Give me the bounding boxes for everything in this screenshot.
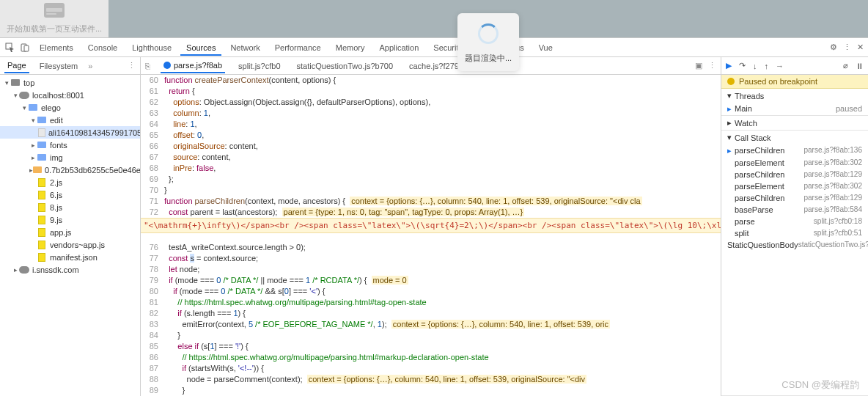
tree-hash[interactable]: ▸0.7b2b53db6255c5e0e46e.hot-u <box>0 164 140 176</box>
debugger-pane: ▶ ↷ ↓ ↑ → ⌀ ⏸ Paused on breakpoint ▾Thre… <box>721 57 868 396</box>
watch-label: Watch <box>735 119 757 128</box>
code-line[interactable]: 78 let node; <box>141 264 721 275</box>
modal-label: 题目渲染中... <box>462 53 515 64</box>
code-line[interactable]: 85 else if (s[1] === '!') { <box>141 341 721 352</box>
paused-value-overlay: "<\mathrm{+}\infty\)</span><br /><span c… <box>141 218 721 233</box>
tab-performance[interactable]: Performance <box>269 40 327 56</box>
tree-file[interactable]: 2.js <box>0 176 140 188</box>
stack-frame[interactable]: parseChildrenparse.js?f8ab:129 <box>721 192 868 204</box>
code-line[interactable]: 70} <box>141 185 721 196</box>
stack-frame[interactable]: parsesplit.js?cfb0:18 <box>721 216 868 227</box>
subtab-filesystem[interactable]: Filesystem <box>37 59 81 73</box>
code-area[interactable]: 60function createParserContext(content, … <box>141 75 721 396</box>
callstack-label: Call Stack <box>735 133 771 142</box>
spinner-icon <box>478 23 499 44</box>
stack-frame[interactable]: parseChildrenparse.js?f8ab:129 <box>721 169 868 180</box>
code-line[interactable]: 67 source: content, <box>141 152 721 163</box>
tab-memory[interactable]: Memory <box>330 40 371 56</box>
step-icon[interactable]: → <box>776 62 784 70</box>
stack-frame[interactable]: baseParseparse.js?f8ab:584 <box>721 204 868 216</box>
file-tab-parse[interactable]: parse.js?f8ab <box>161 59 225 73</box>
pause-exceptions-icon[interactable]: ⏸ <box>856 62 864 70</box>
code-line[interactable]: 77 const s = context.source; <box>141 253 721 264</box>
code-line[interactable]: 61 return { <box>141 86 721 97</box>
tree-elego[interactable]: ▾elego <box>0 101 140 114</box>
code-editor-pane: ⎘ parse.js?f8ab split.js?cfb0 staticQues… <box>141 57 721 396</box>
code-line[interactable]: 71function parseChildren(context, mode, … <box>141 196 721 207</box>
chevron-down-icon: ▾ <box>727 91 732 100</box>
settings-icon[interactable]: ⚙ <box>830 43 837 52</box>
code-line[interactable]: 88 node = parseComment(context); context… <box>141 374 721 385</box>
subtab-menu-icon[interactable]: ⋮ <box>128 61 136 70</box>
stack-frame[interactable]: StaticQuestionBodystaticQuestionTwo.js?.… <box>721 239 868 251</box>
resume-icon[interactable]: ▶ <box>726 61 732 70</box>
tab-application[interactable]: Application <box>373 40 424 56</box>
editor-more-icon[interactable]: ⋮ <box>708 61 716 70</box>
debugger-toolbar: ▶ ↷ ↓ ↑ → ⌀ ⏸ <box>721 57 868 75</box>
file-tab-staticq[interactable]: staticQuestionTwo.js?b700 <box>294 59 396 73</box>
device-toggle-icon[interactable] <box>19 42 31 54</box>
arrow-right-icon: ▸ <box>727 104 732 114</box>
code-line[interactable]: 82 if (s.length === 1) { <box>141 308 721 319</box>
subtab-more-icon[interactable]: » <box>88 62 92 70</box>
deactivate-bp-icon[interactable]: ⌀ <box>843 61 848 70</box>
code-line[interactable]: 69 }; <box>141 174 721 185</box>
code-line[interactable]: 89 } <box>141 385 721 396</box>
code-line[interactable]: 87 if (startsWith(s, '<!--')) { <box>141 363 721 374</box>
code-line[interactable]: 72 const parent = last(ancestors); paren… <box>141 207 721 218</box>
tab-sources[interactable]: Sources <box>180 40 221 56</box>
tree-host[interactable]: ▾localhost:8001 <box>0 89 140 101</box>
code-line[interactable]: 64 line: 1, <box>141 119 721 130</box>
tree-file[interactable]: 8.js <box>0 201 140 213</box>
code-line[interactable]: 76 testA_writeContext.source.length > 0)… <box>141 242 721 253</box>
tab-lighthouse[interactable]: Lighthouse <box>126 40 177 56</box>
code-line[interactable]: 68 inPre: false, <box>141 163 721 174</box>
tree-file[interactable]: app.js <box>0 226 140 238</box>
editor-prev-icon[interactable]: ▣ <box>695 61 702 70</box>
tree-img[interactable]: ▸img <box>0 151 140 164</box>
sidebar-toggle-icon[interactable]: ⎘ <box>145 62 150 70</box>
file-tab-split[interactable]: split.js?cfb0 <box>235 59 283 73</box>
code-line[interactable]: 65 offset: 0, <box>141 130 721 141</box>
code-line[interactable]: 66 originalSource: content, <box>141 141 721 152</box>
step-over-icon[interactable]: ↷ <box>739 61 746 70</box>
callstack-section: ▾Call Stack ▸parseChildrenparse.js?f8ab:… <box>721 131 868 396</box>
tree-file[interactable]: manifest.json <box>0 251 140 263</box>
tree-edit[interactable]: ▾edit <box>0 114 140 126</box>
code-line[interactable]: 62 options: Object.assign(Object.assign(… <box>141 97 721 108</box>
stack-frame[interactable]: ▸parseChildrenparse.js?f8ab:136 <box>721 144 868 157</box>
tree-top[interactable]: ▾top <box>0 76 140 89</box>
code-line[interactable]: 63 column: 1, <box>141 108 721 119</box>
more-icon[interactable]: ⋮ <box>843 43 851 52</box>
code-line[interactable]: 80 if (mode === 0 /* DATA */ && s[0] ===… <box>141 286 721 297</box>
file-tree[interactable]: ▾top▾localhost:8001▾elego▾editali1641098… <box>0 75 140 396</box>
stack-frame[interactable]: parseElementparse.js?f8ab:302 <box>721 180 868 192</box>
tree-fonts[interactable]: ▸fonts <box>0 139 140 151</box>
code-line[interactable]: 83 emitError(context, 5 /* EOF_BEFORE_TA… <box>141 319 721 330</box>
tab-elements[interactable]: Elements <box>34 40 79 56</box>
code-line[interactable]: 84 } <box>141 330 721 341</box>
step-out-icon[interactable]: ↑ <box>765 62 769 70</box>
code-line[interactable]: 60function createParserContext(content, … <box>141 75 721 86</box>
close-devtools-icon[interactable]: ✕ <box>857 43 864 52</box>
code-line[interactable]: 86 // https://html.spec.whatwg.org/multi… <box>141 352 721 363</box>
tab-network[interactable]: Network <box>224 40 265 56</box>
subtab-page[interactable]: Page <box>4 59 29 73</box>
inspect-icon[interactable] <box>4 42 16 54</box>
tree-file[interactable]: 9.js <box>0 213 140 226</box>
tree-host2[interactable]: ▸i.snssdk.com <box>0 263 140 276</box>
tree-edit-file[interactable]: ali16410981434579917052con <box>0 126 140 139</box>
code-line[interactable]: 79 if (mode === 0 /* DATA */ || mode ===… <box>141 275 721 286</box>
stack-frame[interactable]: parseElementparse.js?f8ab:302 <box>721 157 868 169</box>
tab-vue[interactable]: Vue <box>533 40 559 56</box>
placeholder-panel: 开始加载第一页互动课件... <box>0 0 108 37</box>
file-tab-cache[interactable]: cache.js?f279 <box>406 59 462 73</box>
step-into-icon[interactable]: ↓ <box>753 62 757 70</box>
thread-row[interactable]: ▸ Main paused <box>721 103 868 115</box>
threads-label: Threads <box>735 92 764 100</box>
code-line[interactable]: 81 // https://html.spec.whatwg.org/multi… <box>141 297 721 308</box>
tree-file[interactable]: vendors~app.js <box>0 238 140 251</box>
tab-console[interactable]: Console <box>82 40 123 56</box>
stack-frame[interactable]: splitsplit.js?cfb0:51 <box>721 227 868 239</box>
tree-file[interactable]: 6.js <box>0 188 140 201</box>
